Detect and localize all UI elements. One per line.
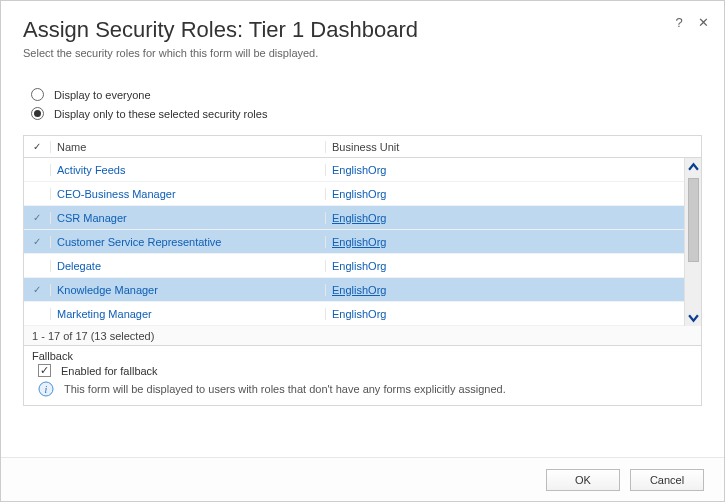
role-name-link[interactable]: Activity Feeds	[57, 164, 125, 176]
cancel-button[interactable]: Cancel	[630, 469, 704, 491]
row-name: Customer Service Representative	[50, 236, 325, 248]
row-business-unit: EnglishOrg	[325, 212, 701, 224]
table-status: 1 - 17 of 17 (13 selected)	[23, 326, 702, 346]
business-unit-link[interactable]: EnglishOrg	[332, 236, 386, 248]
row-name: CSR Manager	[50, 212, 325, 224]
fallback-checkbox-label: Enabled for fallback	[61, 365, 158, 377]
row-business-unit: EnglishOrg	[325, 284, 701, 296]
fallback-info-text: This form will be displayed to users wit…	[64, 383, 506, 395]
table-body: Activity FeedsEnglishOrgCEO-Business Man…	[24, 158, 701, 326]
ok-button[interactable]: OK	[546, 469, 620, 491]
role-name-link[interactable]: CSR Manager	[57, 212, 127, 224]
table-row[interactable]: ✓Customer Service RepresentativeEnglishO…	[24, 230, 701, 254]
table-row[interactable]: ✓CSR ManagerEnglishOrg	[24, 206, 701, 230]
business-unit-link[interactable]: EnglishOrg	[332, 260, 386, 272]
fallback-heading: Fallback	[32, 350, 693, 362]
scroll-up-icon[interactable]	[685, 158, 702, 176]
row-business-unit: EnglishOrg	[325, 308, 701, 320]
role-name-link[interactable]: Delegate	[57, 260, 101, 272]
dialog-subtitle: Select the security roles for which this…	[23, 47, 702, 59]
row-name: Marketing Manager	[50, 308, 325, 320]
status-text: 1 - 17 of 17 (13 selected)	[32, 330, 154, 342]
row-business-unit: EnglishOrg	[325, 164, 701, 176]
dialog-header: Assign Security Roles: Tier 1 Dashboard …	[1, 1, 724, 65]
radio-icon	[31, 107, 44, 120]
help-icon[interactable]: ?	[672, 15, 686, 29]
row-name: Activity Feeds	[50, 164, 325, 176]
select-all-checkbox[interactable]: ✓	[24, 141, 50, 152]
business-unit-link[interactable]: EnglishOrg	[332, 188, 386, 200]
scroll-down-icon[interactable]	[685, 308, 702, 326]
assign-security-roles-dialog: Assign Security Roles: Tier 1 Dashboard …	[0, 0, 725, 502]
business-unit-link[interactable]: EnglishOrg	[332, 308, 386, 320]
radio-display-everyone[interactable]: Display to everyone	[23, 85, 702, 104]
close-icon[interactable]: ✕	[696, 15, 710, 29]
role-name-link[interactable]: Customer Service Representative	[57, 236, 221, 248]
header-icons: ? ✕	[672, 15, 710, 29]
info-icon: i	[38, 381, 54, 397]
role-name-link[interactable]: Marketing Manager	[57, 308, 152, 320]
table-row[interactable]: DelegateEnglishOrg	[24, 254, 701, 278]
display-options: Display to everyone Display only to thes…	[1, 65, 724, 129]
row-check-icon[interactable]: ✓	[24, 284, 50, 295]
fallback-section: Fallback ✓ Enabled for fallback i This f…	[23, 346, 702, 406]
radio-icon	[31, 88, 44, 101]
business-unit-link[interactable]: EnglishOrg	[332, 164, 386, 176]
radio-label: Display only to these selected security …	[54, 108, 267, 120]
column-header-business-unit[interactable]: Business Unit	[325, 141, 701, 153]
column-header-name[interactable]: Name	[50, 141, 325, 153]
row-check-icon[interactable]: ✓	[24, 212, 50, 223]
dialog-title: Assign Security Roles: Tier 1 Dashboard	[23, 17, 702, 43]
row-business-unit: EnglishOrg	[325, 236, 701, 248]
radio-display-selected-roles[interactable]: Display only to these selected security …	[23, 104, 702, 123]
fallback-checkbox[interactable]: ✓	[38, 364, 51, 377]
business-unit-link[interactable]: EnglishOrg	[332, 284, 386, 296]
table-row[interactable]: Marketing ManagerEnglishOrg	[24, 302, 701, 326]
row-name: Delegate	[50, 260, 325, 272]
table-row[interactable]: ✓Knowledge ManagerEnglishOrg	[24, 278, 701, 302]
scroll-thumb[interactable]	[688, 178, 699, 262]
roles-table: ✓ Name Business Unit Activity FeedsEngli…	[23, 135, 702, 326]
svg-text:i: i	[45, 384, 48, 395]
row-name: CEO-Business Manager	[50, 188, 325, 200]
row-business-unit: EnglishOrg	[325, 260, 701, 272]
dialog-footer: OK Cancel	[1, 457, 724, 501]
row-business-unit: EnglishOrg	[325, 188, 701, 200]
radio-label: Display to everyone	[54, 89, 151, 101]
row-check-icon[interactable]: ✓	[24, 236, 50, 247]
row-name: Knowledge Manager	[50, 284, 325, 296]
table-row[interactable]: CEO-Business ManagerEnglishOrg	[24, 182, 701, 206]
role-name-link[interactable]: Knowledge Manager	[57, 284, 158, 296]
table-row[interactable]: Activity FeedsEnglishOrg	[24, 158, 701, 182]
business-unit-link[interactable]: EnglishOrg	[332, 212, 386, 224]
scrollbar[interactable]	[684, 158, 701, 326]
role-name-link[interactable]: CEO-Business Manager	[57, 188, 176, 200]
table-header: ✓ Name Business Unit	[24, 136, 701, 158]
